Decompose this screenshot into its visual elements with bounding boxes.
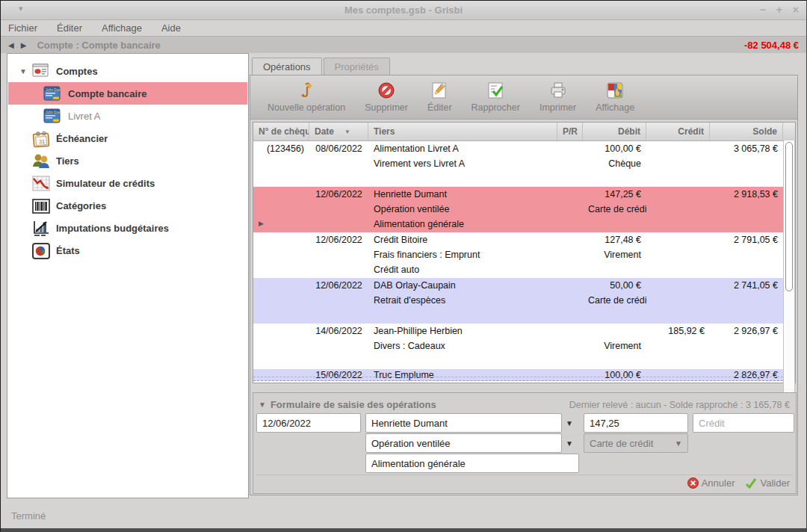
display-button[interactable]: Affichage (589, 80, 641, 113)
cell-split-note: Crédit auto (368, 265, 557, 275)
sidebar-item-bank-account[interactable]: John Doe Compte bancaire (8, 82, 247, 105)
sidebar-item-livret-a[interactable]: John Doe Livret A (8, 105, 247, 127)
reconcile-button[interactable]: Rapprocher (465, 80, 527, 113)
cell-category: Virement vers Livret A (368, 158, 557, 169)
collapse-form-icon[interactable]: ▼ (259, 400, 266, 409)
cell-date: 14/06/2022 (309, 326, 368, 336)
sidebar-item-credit-simulator[interactable]: Simulateur de crédits (8, 172, 247, 194)
sidebar-item-label: Échéancier (56, 133, 108, 144)
cell-payee: Crédit Bitoire (368, 235, 557, 245)
operations-toolbar: Nouvelle opération Supprimer Éditer Rapp… (250, 75, 797, 120)
split-expander-icon[interactable]: ▶ (259, 220, 264, 227)
column-header-payee[interactable]: Tiers (368, 123, 557, 140)
status-bar: Terminé (1, 501, 806, 531)
payee-dropdown-icon[interactable]: ▼ (562, 413, 577, 433)
cancel-button[interactable]: Annuler (687, 477, 735, 489)
print-button[interactable]: Imprimer (533, 80, 583, 113)
operations-panel: Nouvelle opération Supprimer Éditer Rapp… (250, 75, 798, 495)
toolbar-button-label: Éditer (427, 102, 452, 113)
category-dropdown-icon[interactable]: ▼ (562, 433, 577, 453)
column-label: Débit (618, 126, 640, 137)
menu-help[interactable]: Aide (161, 22, 181, 34)
debit-field[interactable] (584, 413, 688, 433)
column-header-date[interactable]: Date▼ (309, 123, 368, 140)
sidebar-item-categories[interactable]: Catégories (8, 194, 247, 217)
tab-properties[interactable]: Propriétés (324, 58, 390, 75)
cell-payee: Jean-Phillipe Herbien (368, 326, 557, 336)
table-scrollbar[interactable] (783, 140, 795, 401)
svg-text:John Doe: John Doe (46, 88, 61, 92)
cell-payee: Alimentation Livret A (368, 143, 557, 154)
table-row-partial[interactable]: 15/06/2022 Truc Emplume 100,00 € 2 826,9… (253, 369, 783, 381)
calendar-icon: 31 (31, 129, 51, 149)
back-icon[interactable]: ◀ (8, 41, 14, 49)
account-header-title: Compte : Compte bancaire (37, 40, 160, 51)
table-row[interactable]: 12/06/2022 Crédit Bitoire 127,48 € 2 791… (253, 232, 783, 278)
maximize-button[interactable]: + (776, 3, 782, 16)
close-button[interactable]: × (793, 3, 799, 16)
menu-file[interactable]: Fichier (8, 22, 37, 34)
cell-balance: 2 791,05 € (710, 235, 783, 245)
validate-label: Valider (760, 477, 790, 489)
column-header-balance[interactable]: Solde (710, 123, 783, 140)
table-row[interactable]: 14/06/2022 Jean-Phillipe Herbien 185,92 … (253, 324, 783, 369)
sidebar-item-scheduler[interactable]: 31 Échéancier (8, 127, 247, 149)
window-menu-icon[interactable]: ▾ (19, 4, 23, 13)
edit-button[interactable]: Éditer (421, 80, 459, 113)
table-row[interactable]: 12/06/2022 DAB Orlay-Caupain 50,00 € 2 7… (253, 278, 783, 324)
new-operation-button[interactable]: Nouvelle opération (261, 80, 352, 113)
column-header-pr[interactable]: P/R (557, 123, 583, 140)
sidebar-item-reports[interactable]: États (8, 239, 247, 262)
sidebar-item-accounts[interactable]: ▼ Comptes (8, 60, 247, 82)
navigation-sidebar: ▼ Comptes John Doe Compte bancaire John … (7, 53, 249, 498)
column-header-debit[interactable]: Débit (583, 123, 646, 140)
column-label: Tiers (374, 126, 395, 137)
column-label: Solde (752, 126, 777, 137)
tab-operations[interactable]: Opérations (252, 58, 322, 75)
subcategory-field[interactable] (365, 454, 579, 473)
column-header-credit[interactable]: Crédit (646, 123, 710, 140)
print-icon (548, 80, 568, 101)
form-title: Formulaire de saisie des opérations (270, 399, 436, 410)
column-header-check[interactable]: N° de chèque (253, 123, 309, 140)
toolbar-button-label: Rapprocher (471, 102, 520, 113)
table-row[interactable]: (123456) 08/06/2022 Alimentation Livret … (253, 141, 783, 187)
menu-view[interactable]: Affichage (102, 22, 142, 34)
cell-method: Virement (583, 341, 646, 351)
cell-check: (123456) (253, 143, 309, 154)
column-label: Date (315, 126, 334, 137)
delete-button[interactable]: Supprimer (358, 80, 415, 113)
scrollbar-thumb[interactable] (785, 142, 793, 291)
cell-credit: 185,92 € (646, 326, 710, 336)
pie-report-icon (31, 241, 51, 261)
expander-icon[interactable]: ▼ (19, 67, 27, 75)
reconcile-summary: Dernier relevé : aucun - Solde rapproché… (569, 400, 790, 410)
table-row-selected[interactable]: 12/06/2022 Henriette Dumant 147,25 € 2 9… (253, 187, 783, 232)
cancel-icon (687, 477, 699, 489)
table-body: (123456) 08/06/2022 Alimentation Livret … (253, 141, 783, 383)
payee-field[interactable] (365, 413, 562, 433)
sidebar-item-budget-lines[interactable]: Imputations budgétaires (8, 217, 247, 239)
sidebar-item-label: Livret A (68, 111, 100, 122)
credit-field[interactable] (693, 413, 794, 433)
column-label: N° de chèque (259, 126, 309, 137)
table-header: N° de chèque Date▼ Tiers P/R Débit Crédi… (253, 123, 795, 141)
cell-balance: 2 926,97 € (710, 326, 783, 336)
operation-form: ▼ Formulaire de saisie des opérations De… (253, 392, 797, 494)
forward-icon[interactable]: ▶ (21, 41, 27, 49)
sidebar-item-payees[interactable]: Tiers (8, 149, 247, 172)
notebook-tabs: Opérations Propriétés (252, 58, 390, 75)
category-field[interactable] (365, 433, 562, 453)
cell-method: Virement (583, 250, 646, 260)
payment-method-select[interactable]: Carte de crédit ▼ (584, 433, 688, 453)
minimize-button[interactable]: − (759, 3, 765, 16)
cell-method: Chèque (583, 158, 646, 169)
cell-balance: 3 065,78 € (710, 143, 783, 154)
status-text: Terminé (11, 510, 46, 522)
window-bottom-edge (1, 528, 806, 531)
menu-edit[interactable]: Éditer (57, 22, 82, 34)
tab-label: Opérations (263, 61, 311, 72)
cell-category: Retrait d'espèces (368, 295, 557, 306)
validate-button[interactable]: Valider (745, 477, 790, 489)
date-field[interactable] (256, 413, 361, 433)
